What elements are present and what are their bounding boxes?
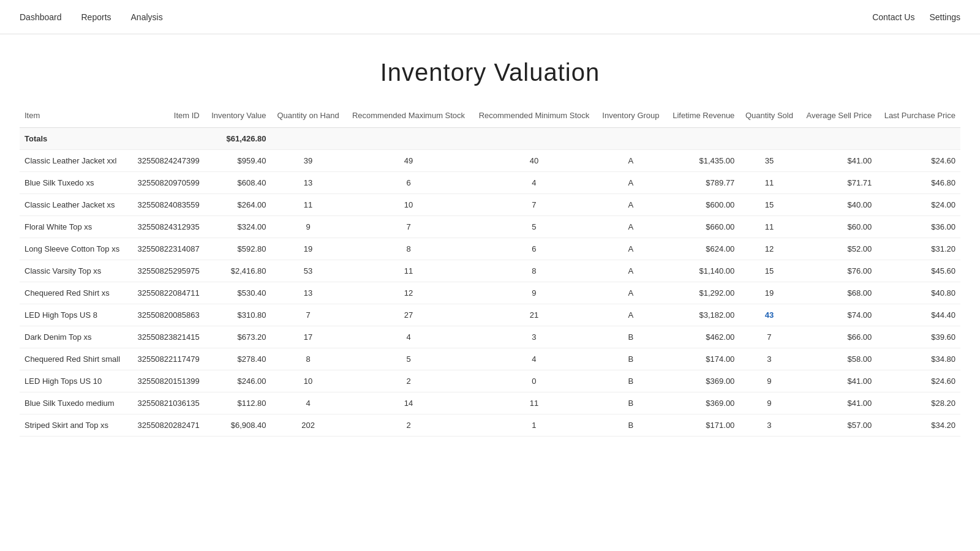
cell-rmax: 49 (345, 150, 472, 172)
cell-qs: 15 (739, 260, 799, 282)
cell-ig: B (597, 326, 666, 348)
cell-itemid: 32550820085863 (129, 304, 205, 326)
col-header-qoh: Quantity on Hand (271, 106, 345, 128)
cell-item: Dark Denim Top xs (20, 326, 129, 348)
totals-row: Totals $61,426.80 (20, 128, 960, 150)
cell-invval: $324.00 (205, 216, 271, 238)
nav-contact-us[interactable]: Contact Us (872, 10, 914, 24)
table-row: Dark Denim Top xs 32550823821415 $673.20… (20, 326, 960, 348)
cell-itemid: 32550820151399 (129, 370, 205, 392)
cell-qoh: 11 (271, 194, 345, 216)
cell-rmax: 2 (345, 370, 472, 392)
cell-ig: B (597, 348, 666, 370)
nav-right: Contact Us Settings (872, 10, 960, 24)
cell-rmin: 8 (472, 260, 596, 282)
cell-qs: 19 (739, 282, 799, 304)
cell-lpp: $45.60 (876, 260, 960, 282)
cell-item: LED High Tops US 10 (20, 370, 129, 392)
cell-invval: $530.40 (205, 282, 271, 304)
cell-rmax: 27 (345, 304, 472, 326)
table-header: Item Item ID Inventory Value Quantity on… (20, 106, 960, 128)
cell-asp: $41.00 (799, 370, 876, 392)
cell-invval: $112.80 (205, 392, 271, 414)
cell-item: Classic Leather Jacket xs (20, 194, 129, 216)
cell-itemid: 32550822117479 (129, 348, 205, 370)
page-title: Inventory Valuation (0, 59, 980, 86)
cell-lr: $462.00 (665, 326, 739, 348)
cell-lpp: $39.60 (876, 326, 960, 348)
cell-qoh: 53 (271, 260, 345, 282)
cell-item: Blue Silk Tuxedo medium (20, 392, 129, 414)
cell-rmin: 11 (472, 392, 596, 414)
cell-lpp: $46.80 (876, 172, 960, 194)
cell-rmin: 0 (472, 370, 596, 392)
cell-item: Chequered Red Shirt xs (20, 282, 129, 304)
cell-invval: $608.40 (205, 172, 271, 194)
cell-qs: 11 (739, 172, 799, 194)
col-header-asp: Average Sell Price (799, 106, 876, 128)
cell-lpp: $24.60 (876, 370, 960, 392)
cell-lpp: $40.80 (876, 282, 960, 304)
cell-rmin: 7 (472, 194, 596, 216)
cell-asp: $76.00 (799, 260, 876, 282)
cell-item: Blue Silk Tuxedo xs (20, 172, 129, 194)
cell-qoh: 19 (271, 238, 345, 260)
cell-itemid: 32550820970599 (129, 172, 205, 194)
table-container: Item Item ID Inventory Value Quantity on… (0, 106, 980, 461)
inventory-table: Item Item ID Inventory Value Quantity on… (20, 106, 960, 437)
cell-ig: A (597, 150, 666, 172)
cell-qoh: 39 (271, 150, 345, 172)
cell-invval: $264.00 (205, 194, 271, 216)
cell-qs: 12 (739, 238, 799, 260)
cell-invval: $6,908.40 (205, 414, 271, 437)
cell-asp: $68.00 (799, 282, 876, 304)
cell-itemid: 32550822084711 (129, 282, 205, 304)
totals-invval: $61,426.80 (205, 128, 271, 150)
nav-analysis[interactable]: Analysis (131, 10, 163, 24)
cell-item: Chequered Red Shirt small (20, 348, 129, 370)
cell-rmax: 4 (345, 326, 472, 348)
cell-qoh: 10 (271, 370, 345, 392)
cell-rmin: 4 (472, 172, 596, 194)
cell-lpp: $24.00 (876, 194, 960, 216)
nav-dashboard[interactable]: Dashboard (20, 10, 62, 24)
cell-itemid: 32550821036135 (129, 392, 205, 414)
cell-rmin: 40 (472, 150, 596, 172)
cell-itemid: 32550825295975 (129, 260, 205, 282)
cell-lpp: $34.20 (876, 414, 960, 437)
nav-reports[interactable]: Reports (81, 10, 111, 24)
cell-qs: 3 (739, 414, 799, 437)
cell-lpp: $36.00 (876, 216, 960, 238)
cell-rmin: 1 (472, 414, 596, 437)
cell-invval: $246.00 (205, 370, 271, 392)
cell-item: Long Sleeve Cotton Top xs (20, 238, 129, 260)
table-row: LED High Tops US 8 32550820085863 $310.8… (20, 304, 960, 326)
table-row: Classic Varsity Top xs 32550825295975 $2… (20, 260, 960, 282)
cell-ig: B (597, 414, 666, 437)
cell-lr: $171.00 (665, 414, 739, 437)
cell-item: Floral White Top xs (20, 216, 129, 238)
table-row: Classic Leather Jacket xs 32550824083559… (20, 194, 960, 216)
cell-rmax: 10 (345, 194, 472, 216)
cell-itemid: 32550824247399 (129, 150, 205, 172)
cell-invval: $310.80 (205, 304, 271, 326)
cell-lpp: $24.60 (876, 150, 960, 172)
nav-settings[interactable]: Settings (929, 10, 960, 24)
col-header-itemid: Item ID (129, 106, 205, 128)
cell-invval: $2,416.80 (205, 260, 271, 282)
cell-rmax: 7 (345, 216, 472, 238)
cell-lr: $600.00 (665, 194, 739, 216)
navbar: Dashboard Reports Analysis Contact Us Se… (0, 0, 980, 34)
table-row: Striped Skirt and Top xs 32550820282471 … (20, 414, 960, 437)
cell-lpp: $34.80 (876, 348, 960, 370)
cell-qs: 9 (739, 370, 799, 392)
cell-asp: $57.00 (799, 414, 876, 437)
cell-qs: 15 (739, 194, 799, 216)
cell-asp: $41.00 (799, 150, 876, 172)
cell-lr: $1,435.00 (665, 150, 739, 172)
cell-ig: A (597, 282, 666, 304)
cell-rmax: 2 (345, 414, 472, 437)
table-row: Chequered Red Shirt small 32550822117479… (20, 348, 960, 370)
cell-rmax: 8 (345, 238, 472, 260)
table-row: Chequered Red Shirt xs 32550822084711 $5… (20, 282, 960, 304)
